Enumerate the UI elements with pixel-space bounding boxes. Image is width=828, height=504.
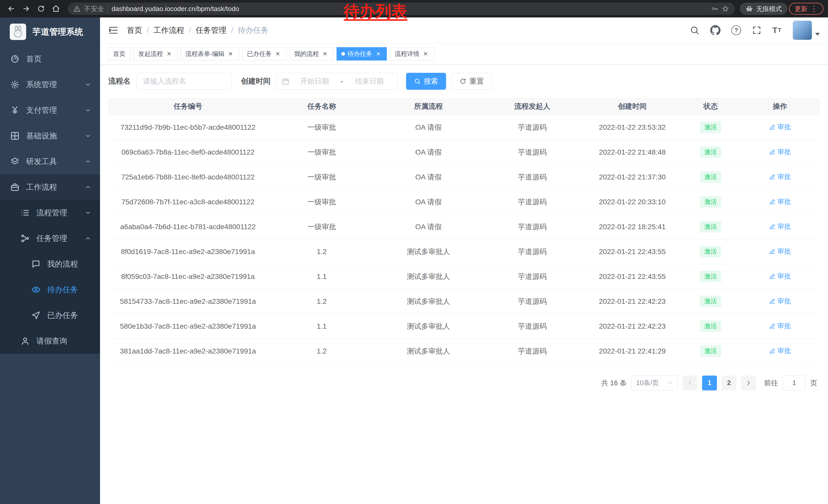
- approve-link[interactable]: 审批: [769, 272, 791, 281]
- reset-button[interactable]: 重置: [452, 73, 492, 90]
- help-icon[interactable]: ?: [731, 26, 741, 35]
- browser-back-button[interactable]: [5, 2, 18, 15]
- cell-task-name: 1.2: [267, 339, 376, 364]
- approve-link[interactable]: 审批: [769, 247, 791, 256]
- app-logo-row[interactable]: 芋道管理系统: [0, 17, 100, 46]
- tab-close-icon[interactable]: ×: [274, 50, 281, 57]
- cell-task-id: 8f059c03-7ac8-11ec-a9e2-a2380e71991a: [108, 264, 267, 289]
- approve-link[interactable]: 审批: [769, 346, 791, 355]
- infrastructure-icon: [10, 131, 19, 140]
- tab-流程表单-编辑[interactable]: 流程表单-编辑×: [180, 47, 239, 60]
- tab-已办任务[interactable]: 已办任务×: [242, 47, 286, 60]
- tab-close-icon[interactable]: ×: [165, 50, 173, 57]
- approve-link[interactable]: 审批: [769, 123, 791, 132]
- browser-update-button[interactable]: 更新 ⋮: [789, 3, 823, 15]
- github-icon[interactable]: [710, 25, 720, 35]
- password-key-icon[interactable]: [711, 5, 718, 12]
- tab-待办任务[interactable]: 待办任务×: [336, 47, 387, 60]
- font-size-icon[interactable]: TT: [772, 26, 782, 35]
- sidebar-item-infrastructure[interactable]: 基础设施: [0, 123, 100, 149]
- search-icon[interactable]: [690, 26, 700, 35]
- sidebar-item-payment-management[interactable]: 支付管理: [0, 97, 100, 123]
- breadcrumb-item[interactable]: 工作流程: [153, 25, 184, 36]
- approve-link[interactable]: 审批: [769, 147, 791, 156]
- approve-link[interactable]: 审批: [769, 222, 791, 231]
- goto-page-suffix: 页: [810, 378, 817, 387]
- sidebar-item-label: 任务管理: [36, 233, 67, 244]
- table-row: 8f059c03-7ac8-11ec-a9e2-a2380e71991a 1.1…: [108, 264, 820, 289]
- fullscreen-icon[interactable]: [752, 26, 761, 35]
- prev-page-button[interactable]: [682, 375, 697, 391]
- user-menu[interactable]: [793, 20, 820, 40]
- bookmark-star-icon[interactable]: [722, 5, 729, 12]
- sidebar-item-todo-tasks[interactable]: 待办任务: [0, 277, 100, 303]
- tags-view-bar: 首页×发起流程×流程表单-编辑×已办任务×我的流程×待办任务×流程详情×: [100, 43, 828, 64]
- cell-created: 2022-01-21 22:42:23: [584, 289, 681, 314]
- address-bar[interactable]: 不安全 dashboard.yudao.iocoder.cn/bpm/task/…: [68, 3, 735, 15]
- cell-initiator: 芋道源码: [481, 239, 584, 264]
- approve-link[interactable]: 审批: [769, 172, 791, 181]
- cell-created: 2022-01-22 18:25:41: [584, 214, 681, 239]
- goto-page-input[interactable]: [783, 375, 806, 391]
- page-size-select[interactable]: 10条/页: [631, 375, 678, 391]
- cell-initiator: 芋道源码: [481, 140, 584, 165]
- main-area: 首页/工作流程/任务管理/待办任务 ? TT 首页×发起流程×流程表单-编辑×已…: [100, 17, 828, 504]
- column-header: 流程发起人: [481, 98, 584, 115]
- browser-reload-button[interactable]: [34, 2, 48, 15]
- page-button-2[interactable]: 2: [721, 375, 736, 391]
- tab-close-icon[interactable]: ×: [321, 50, 329, 57]
- table-header-row: 任务编号任务名称所属流程流程发起人创建时间状态操作: [108, 98, 820, 115]
- browser-home-button[interactable]: [49, 2, 63, 15]
- security-warning-icon[interactable]: [73, 5, 81, 12]
- sidebar-collapse-icon[interactable]: [108, 25, 119, 35]
- table-row: 8f0d1619-7ac8-11ec-a9e2-a2380e71991a 1.2…: [108, 239, 820, 264]
- sidebar-item-task-management[interactable]: 任务管理: [0, 226, 100, 251]
- goto-label: 前往: [764, 378, 778, 387]
- approve-link[interactable]: 审批: [769, 296, 791, 306]
- sidebar-item-process-management[interactable]: 流程管理: [0, 200, 100, 226]
- cell-task-id: 73211d9d-7b9b-11ec-b5b7-acde48001122: [108, 115, 267, 140]
- cell-task-name: 1.2: [267, 289, 376, 314]
- security-label[interactable]: 不安全: [84, 4, 104, 13]
- browser-menu-icon[interactable]: ⋮: [810, 5, 818, 12]
- edit-icon: [769, 273, 776, 279]
- page-button-1[interactable]: 1: [702, 375, 717, 391]
- next-page-button[interactable]: [741, 375, 756, 391]
- sidebar-item-home[interactable]: 首页: [0, 46, 100, 72]
- tab-close-icon[interactable]: ×: [422, 50, 429, 57]
- start-date-placeholder[interactable]: 开始日期: [291, 77, 338, 86]
- chevron-down-icon: [85, 158, 91, 165]
- browser-forward-button[interactable]: [19, 2, 33, 15]
- tab-首页[interactable]: 首页×: [108, 47, 130, 60]
- edit-icon: [769, 124, 776, 130]
- sidebar-item-done-tasks[interactable]: 已办任务: [0, 303, 100, 328]
- breadcrumb-item[interactable]: 任务管理: [196, 25, 226, 36]
- tab-流程详情[interactable]: 流程详情×: [390, 47, 434, 60]
- cell-task-name: 一级审批: [267, 165, 376, 189]
- avatar[interactable]: [793, 20, 812, 40]
- approve-link[interactable]: 审批: [769, 197, 791, 206]
- url-text[interactable]: dashboard.yudao.iocoder.cn/bpm/task/todo: [112, 5, 239, 13]
- filter-bar: 流程名 创建时间 开始日期 - 结束日期 搜索 重置: [100, 64, 828, 92]
- date-range-picker[interactable]: 开始日期 - 结束日期: [276, 73, 398, 90]
- edit-icon: [769, 224, 776, 230]
- sidebar-item-my-processes[interactable]: 我的流程: [0, 251, 100, 277]
- tab-close-icon[interactable]: ×: [227, 50, 234, 57]
- table-row: 75d72608-7b7f-11ec-a3c8-acde48001122 一级审…: [108, 189, 820, 214]
- end-date-placeholder[interactable]: 结束日期: [346, 77, 392, 86]
- process-name-input[interactable]: [136, 73, 232, 90]
- tab-close-icon[interactable]: ×: [375, 50, 382, 57]
- sidebar-item-leave-query[interactable]: 请假查询: [0, 328, 100, 354]
- cell-initiator: 芋道源码: [481, 314, 584, 339]
- breadcrumb-item[interactable]: 首页: [127, 25, 142, 36]
- cell-task-id: 580e1b3d-7ac8-11ec-a9e2-a2380e71991a: [108, 314, 267, 339]
- tab-我的流程[interactable]: 我的流程×: [289, 47, 333, 60]
- search-button[interactable]: 搜索: [406, 73, 446, 90]
- incognito-label: 无痕模式: [756, 5, 782, 13]
- tab-发起流程[interactable]: 发起流程×: [133, 47, 177, 60]
- approve-link[interactable]: 审批: [769, 321, 791, 330]
- sidebar-item-dev-tools[interactable]: 研发工具: [0, 149, 100, 174]
- sidebar-item-workflow[interactable]: 工作流程: [0, 174, 100, 200]
- table-row: a6aba0a4-7b6d-11ec-b781-acde48001122 一级审…: [108, 214, 820, 239]
- sidebar-item-system-management[interactable]: 系统管理: [0, 72, 100, 97]
